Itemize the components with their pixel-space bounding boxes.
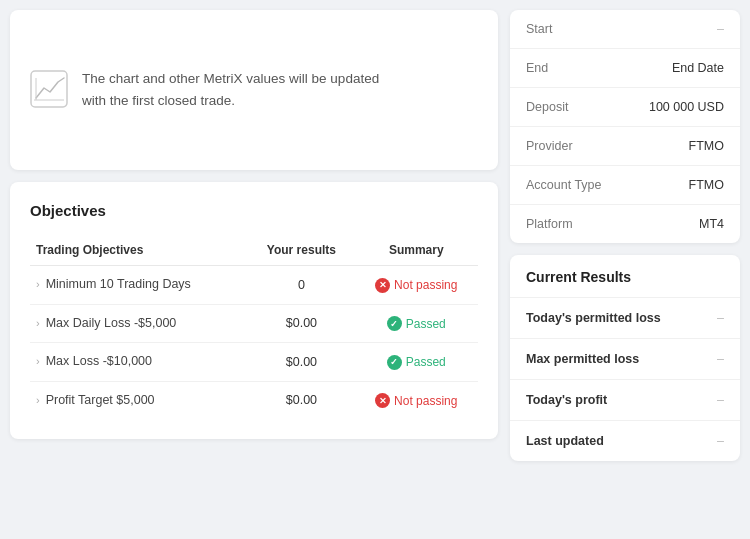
info-row: Provider FTMO (510, 127, 740, 166)
chart-icon (30, 70, 68, 108)
results-value: – (717, 352, 724, 366)
chevron-icon: › (36, 278, 40, 290)
objective-status: ✓ Passed (355, 343, 479, 382)
info-label: Platform (526, 217, 573, 231)
objective-name: Minimum 10 Trading Days (46, 277, 191, 291)
table-row: ›Profit Target $5,000$0.00 ✕ Not passing (30, 381, 478, 419)
status-text: Not passing (394, 394, 457, 408)
info-row: Deposit 100 000 USD (510, 88, 740, 127)
chevron-icon: › (36, 394, 40, 406)
objective-label: ›Minimum 10 Trading Days (30, 266, 248, 302)
info-value: FTMO (689, 139, 724, 153)
info-row: Platform MT4 (510, 205, 740, 243)
objective-label: ›Max Daily Loss -$5,000 (30, 305, 248, 341)
objectives-title: Objectives (30, 202, 478, 219)
info-label: Deposit (526, 100, 568, 114)
info-row: Account Type FTMO (510, 166, 740, 205)
status-text: Passed (406, 355, 446, 369)
account-info-card: Start – End End Date Deposit 100 000 USD… (510, 10, 740, 243)
info-value: MT4 (699, 217, 724, 231)
objective-result: 0 (248, 266, 354, 305)
objective-name: Max Loss -$10,000 (46, 354, 152, 368)
objective-name: Max Daily Loss -$5,000 (46, 316, 177, 330)
status-badge: ✕ Not passing (375, 393, 457, 408)
info-label: Provider (526, 139, 573, 153)
objective-status: ✕ Not passing (355, 266, 479, 305)
results-label: Max permitted loss (526, 352, 639, 366)
results-value: – (717, 434, 724, 448)
info-value: End Date (672, 61, 724, 75)
current-results-title: Current Results (510, 255, 740, 298)
status-icon: ✓ (387, 355, 402, 370)
results-label: Last updated (526, 434, 604, 448)
status-text: Not passing (394, 278, 457, 292)
col-header-results: Your results (248, 235, 354, 266)
results-row: Max permitted loss – (510, 339, 740, 380)
info-label: End (526, 61, 548, 75)
results-row: Today's permitted loss – (510, 298, 740, 339)
chevron-icon: › (36, 355, 40, 367)
objective-label: ›Max Loss -$10,000 (30, 343, 248, 379)
chart-placeholder-card: The chart and other MetriX values will b… (10, 10, 498, 170)
chart-message: The chart and other MetriX values will b… (82, 68, 379, 111)
info-row: End End Date (510, 49, 740, 88)
col-header-objectives: Trading Objectives (30, 235, 248, 266)
objective-status: ✕ Not passing (355, 381, 479, 419)
objective-label: ›Profit Target $5,000 (30, 382, 248, 418)
objective-status: ✓ Passed (355, 304, 479, 343)
table-row: ›Max Loss -$10,000$0.00 ✓ Passed (30, 343, 478, 382)
chevron-icon: › (36, 317, 40, 329)
table-row: ›Minimum 10 Trading Days0 ✕ Not passing (30, 266, 478, 305)
status-badge: ✓ Passed (387, 355, 446, 370)
status-icon: ✓ (387, 316, 402, 331)
results-value: – (717, 311, 724, 325)
results-row: Today's profit – (510, 380, 740, 421)
objective-name: Profit Target $5,000 (46, 393, 155, 407)
objective-result: $0.00 (248, 381, 354, 419)
col-header-summary: Summary (355, 235, 479, 266)
table-row: ›Max Daily Loss -$5,000$0.00 ✓ Passed (30, 304, 478, 343)
objective-result: $0.00 (248, 304, 354, 343)
status-badge: ✓ Passed (387, 316, 446, 331)
current-results-card: Current Results Today's permitted loss –… (510, 255, 740, 461)
results-label: Today's profit (526, 393, 607, 407)
status-icon: ✕ (375, 278, 390, 293)
info-value: FTMO (689, 178, 724, 192)
objectives-card: Objectives Trading Objectives Your resul… (10, 182, 498, 439)
results-row: Last updated – (510, 421, 740, 461)
results-label: Today's permitted loss (526, 311, 661, 325)
info-label: Account Type (526, 178, 602, 192)
info-row: Start – (510, 10, 740, 49)
status-text: Passed (406, 317, 446, 331)
status-icon: ✕ (375, 393, 390, 408)
info-label: Start (526, 22, 552, 36)
objective-result: $0.00 (248, 343, 354, 382)
status-badge: ✕ Not passing (375, 278, 457, 293)
objectives-table: Trading Objectives Your results Summary … (30, 235, 478, 419)
info-value: – (717, 22, 724, 36)
info-value: 100 000 USD (649, 100, 724, 114)
results-value: – (717, 393, 724, 407)
